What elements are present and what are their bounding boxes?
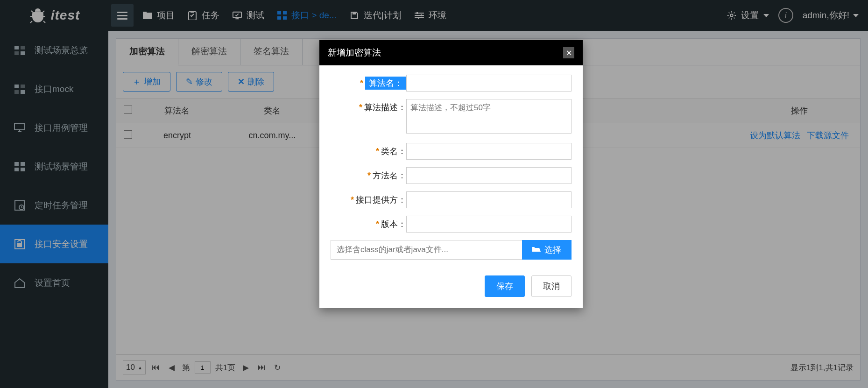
choose-file-button[interactable]: 选择 xyxy=(522,240,572,260)
desc-textarea[interactable] xyxy=(406,99,572,134)
label-method: *方法名： xyxy=(331,167,406,181)
close-icon[interactable]: ✕ xyxy=(563,47,574,58)
label-provider: *接口提供方： xyxy=(331,191,406,205)
class-input[interactable] xyxy=(406,143,572,160)
label-class: *类名： xyxy=(331,143,406,157)
folder-open-icon xyxy=(532,245,541,255)
add-algorithm-dialog: 新增加密算法 ✕ *算法名： *算法描述： *类名： *方法名： *接口提供方：… xyxy=(319,40,583,308)
file-picker: 选择 xyxy=(331,240,572,260)
file-path-display[interactable] xyxy=(331,240,522,260)
dialog-title: 新增加密算法 xyxy=(328,47,381,59)
label-desc: *算法描述： xyxy=(331,99,406,113)
dialog-footer: 保存 取消 xyxy=(319,269,583,308)
label-version: *版本： xyxy=(331,216,406,230)
cancel-button[interactable]: 取消 xyxy=(531,275,572,297)
version-input[interactable] xyxy=(406,216,572,233)
name-input[interactable] xyxy=(406,75,572,92)
provider-input[interactable] xyxy=(406,191,572,208)
label-name: *算法名： xyxy=(331,75,406,89)
dialog-body: *算法名： *算法描述： *类名： *方法名： *接口提供方： *版本： xyxy=(319,65,583,269)
dialog-header: 新增加密算法 ✕ xyxy=(319,40,583,65)
method-input[interactable] xyxy=(406,167,572,184)
save-button[interactable]: 保存 xyxy=(485,275,525,297)
